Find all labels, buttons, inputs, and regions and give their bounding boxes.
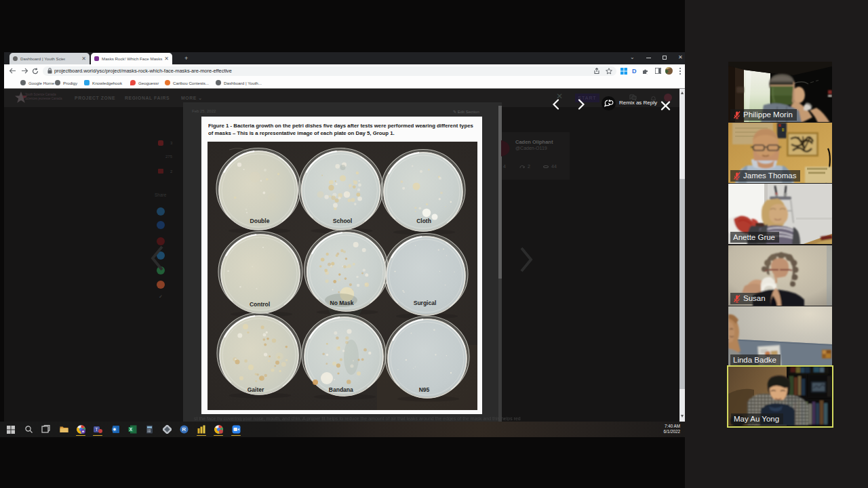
svg-text:School: School bbox=[333, 218, 352, 224]
svg-text:Double: Double bbox=[250, 218, 270, 224]
svg-text:X: X bbox=[130, 426, 133, 431]
svg-text:Bandana: Bandana bbox=[329, 386, 353, 393]
svg-text:Control: Control bbox=[250, 301, 270, 308]
svg-text:Surgical: Surgical bbox=[414, 300, 437, 306]
svg-text:T: T bbox=[95, 427, 98, 432]
svg-text:N95: N95 bbox=[419, 386, 430, 393]
svg-text:No Mask: No Mask bbox=[330, 300, 354, 306]
svg-text:R: R bbox=[182, 426, 186, 432]
svg-text:Gaiter: Gaiter bbox=[248, 386, 264, 393]
svg-text:Cloth: Cloth bbox=[416, 218, 431, 224]
